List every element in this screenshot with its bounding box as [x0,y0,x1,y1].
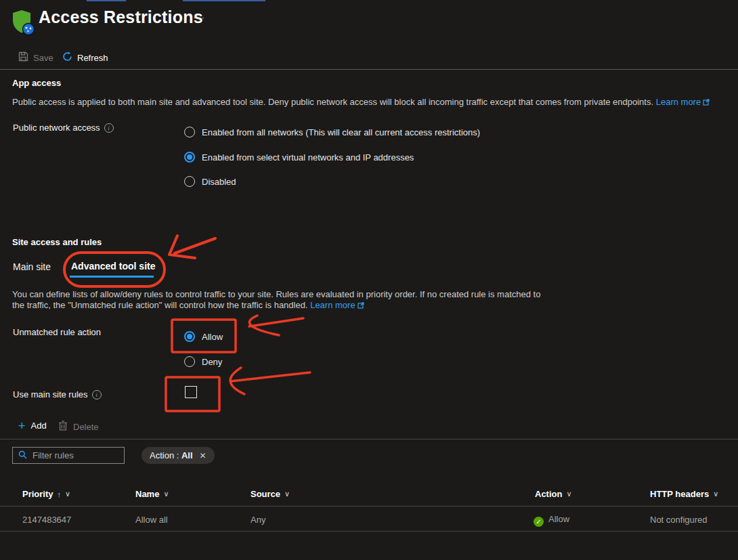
top-edge-artifact [183,0,265,1]
site-access-heading: Site access and rules [12,237,102,247]
radio-enabled-select-networks[interactable]: Enabled from select virtual networks and… [184,152,414,163]
use-main-site-rules-label: Use main site rules i [13,389,102,400]
learn-more-link[interactable]: Learn more [656,97,701,107]
delete-label: Delete [73,422,99,432]
save-label: Save [33,53,53,63]
sort-ascending-icon: ↑ [58,490,62,498]
info-icon[interactable]: i [104,123,114,133]
column-header-http-headers[interactable]: HTTP headers ∨ [650,489,718,499]
cell-priority: 2147483647 [22,515,71,525]
info-icon[interactable]: i [92,390,102,400]
annotation-arrow-tab-shaft [175,238,215,253]
annotation-arrow-allow-head [249,316,279,335]
external-link-icon [703,98,710,108]
delete-button[interactable]: Delete [58,421,99,433]
cell-http-headers: Not configured [650,515,708,525]
rules-description: You can define lists of allow/deny rules… [12,289,689,311]
access-restrictions-icon [10,8,39,40]
commandbar-divider [0,439,738,439]
column-header-action[interactable]: Action ∨ [535,489,572,499]
annotation-overlay [0,0,738,560]
chevron-down-icon: ∨ [163,490,169,498]
refresh-button[interactable]: Refresh [62,51,108,64]
use-main-site-rules-checkbox[interactable] [185,386,197,398]
radio-deny[interactable]: Deny [184,356,222,367]
learn-more-link[interactable]: Learn more [310,300,355,310]
app-access-description: Public access is applied to both main si… [12,97,730,108]
active-tab-underline [70,276,154,278]
add-button[interactable]: + Add [18,421,47,431]
chevron-down-icon: ∨ [713,490,718,498]
refresh-label: Refresh [77,53,108,63]
allow-check-icon: ✓ [534,517,544,527]
radio-selected-icon[interactable] [184,331,195,342]
app-access-heading: App access [12,78,61,88]
table-header-divider [0,506,738,507]
save-icon [18,51,28,64]
trash-icon [58,421,68,433]
public-network-access-label: Public network access i [13,123,114,133]
annotation-arrow-allow-shaft [249,318,303,326]
radio-icon[interactable] [184,356,195,367]
chevron-down-icon: ∨ [65,490,70,498]
column-header-name[interactable]: Name ∨ [135,489,169,499]
table-row-divider [0,531,738,532]
filter-rules-input[interactable] [32,450,107,460]
tab-advanced-tool-site[interactable]: Advanced tool site [71,261,155,272]
annotation-arrow-checkbox-shaft [231,372,310,381]
radio-disabled[interactable]: Disabled [184,176,236,187]
access-restrictions-page: Access Restrictions ··· Save Refresh App… [0,0,738,560]
more-options-button[interactable]: ··· [193,12,206,22]
column-header-priority[interactable]: Priority ↑ ∨ [22,489,70,499]
cell-name: Allow all [135,515,168,525]
page-title: Access Restrictions [39,7,203,27]
close-icon[interactable]: ✕ [200,451,207,460]
annotation-arrow-checkbox-head [230,368,244,394]
plus-icon: + [18,421,26,431]
cell-source: Any [251,515,265,525]
radio-allow[interactable]: Allow [184,331,223,342]
unmatched-rule-action-label: Unmatched rule action [13,327,101,337]
chevron-down-icon: ∨ [566,490,571,498]
top-edge-artifact [87,0,126,1]
radio-enabled-all-networks[interactable]: Enabled from all networks (This will cle… [184,127,480,137]
radio-icon[interactable] [184,127,195,137]
toolbar-divider [0,69,738,70]
cell-action: ✓Allow [534,514,569,527]
tab-main-site[interactable]: Main site [13,261,51,272]
add-label: Add [31,421,47,431]
filter-rules-searchbox[interactable] [12,447,125,464]
refresh-icon [62,51,72,64]
radio-icon[interactable] [184,176,195,187]
column-header-source[interactable]: Source ∨ [251,489,290,499]
radio-selected-icon[interactable] [184,152,195,163]
external-link-icon [357,301,364,311]
chevron-down-icon: ∨ [284,490,290,498]
save-button[interactable]: Save [18,51,53,64]
action-filter-pill[interactable]: Action : All ✕ [142,447,215,464]
annotation-arrow-tab-head [169,236,195,258]
search-icon [18,450,27,461]
